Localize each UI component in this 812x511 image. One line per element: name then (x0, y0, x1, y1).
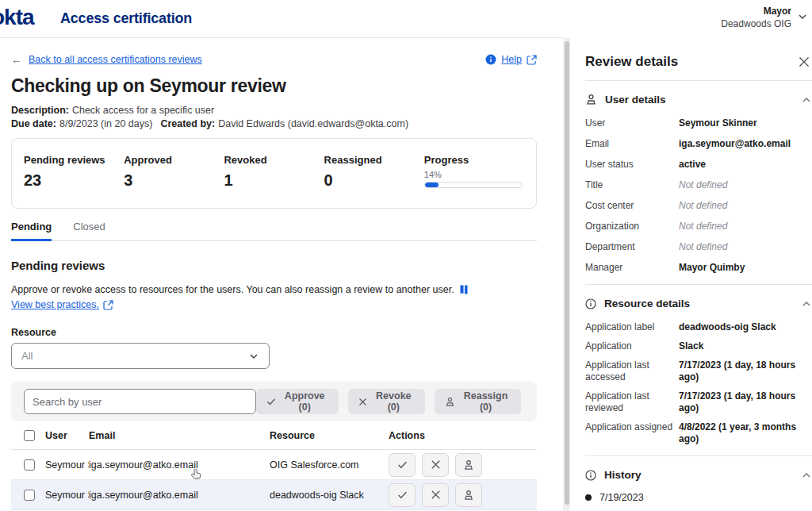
field-label: User status (585, 159, 679, 171)
row-user: Seymour S... (45, 459, 89, 471)
resource-filter-label: Resource (11, 327, 537, 338)
field-value: deadwoods-oig Slack (679, 321, 776, 333)
due-date-label: Due date: (11, 118, 56, 129)
field-value: active (679, 159, 706, 171)
scrollbar[interactable] (563, 38, 570, 511)
chevron-down-icon[interactable] (798, 12, 807, 21)
tab-pending[interactable]: Pending (11, 221, 52, 241)
pending-reviews-heading: Pending reviews (11, 259, 537, 272)
field-label: Email (585, 138, 679, 150)
account-switcher[interactable]: Mayor Deadwoods OIG (721, 6, 791, 30)
best-practices-link[interactable]: View best practices. (11, 299, 99, 310)
field-label: Cost center (585, 200, 679, 212)
row-email: iga.seymour@atko.email (89, 459, 270, 471)
chevron-up-icon[interactable] (802, 95, 811, 105)
field-row: ManagerMayor Quimby (585, 262, 812, 274)
breadcrumb-row: ← Back to all access certifications revi… (11, 53, 537, 66)
field-value: iga.seymour@atko.email (679, 138, 791, 150)
info-icon (585, 470, 596, 481)
field-label: Organization (585, 221, 679, 232)
tab-bar: Pending Closed (11, 221, 537, 241)
approve-row-button[interactable] (389, 483, 416, 507)
row-resource: OIG Salesforce.com (270, 459, 389, 471)
field-label: Department (585, 241, 679, 253)
pending-reviews-description: Approve or revoke access to resources fo… (11, 284, 537, 310)
close-icon[interactable] (799, 56, 810, 67)
field-value: Slack (679, 340, 703, 352)
row-checkbox[interactable] (24, 459, 35, 471)
revoke-button[interactable]: Revoke (0) (348, 389, 425, 414)
page-title: Checking up on Seymour review (11, 75, 537, 97)
revoke-row-button[interactable] (422, 453, 449, 477)
help-link[interactable]: Help (485, 54, 537, 65)
account-name: Mayor (721, 6, 791, 18)
user-details-header[interactable]: User details (585, 94, 812, 106)
created-by-label: Created by: (160, 118, 215, 129)
back-link-label: Back to all access certifications review… (29, 54, 202, 65)
main-panel: ← Back to all access certifications revi… (0, 38, 563, 511)
back-link[interactable]: ← Back to all access certifications revi… (11, 53, 202, 66)
resource-details-header[interactable]: Resource details (585, 298, 812, 309)
reassign-button[interactable]: Reassign (0) (435, 389, 521, 414)
field-label: Application last accessed (585, 359, 679, 383)
field-value: 7/17/2023 (1 day, 18 hours ago) (679, 359, 812, 383)
resource-filter-select[interactable]: All (11, 343, 270, 369)
approve-row-button[interactable] (389, 453, 416, 477)
person-icon (445, 397, 455, 407)
resource-filter-value: All (21, 350, 33, 362)
history-entry: 7/19/2023 David Edwards (david.edwards@o… (585, 492, 812, 511)
stat-label: Approved (124, 154, 224, 166)
search-input[interactable] (24, 389, 256, 414)
field-value: 4/8/2022 (1 year, 3 months ago) (679, 421, 812, 445)
resource-details-fields: Application labeldeadwoods-oig Slack App… (585, 321, 812, 445)
stat-progress: Progress 14% (424, 154, 524, 190)
stat-label: Progress (424, 154, 524, 166)
table-row[interactable]: Seymour S... iga.seymour@atko.email OIG … (11, 450, 537, 480)
field-label: Application last reviewed (585, 390, 679, 414)
field-value: Not defined (679, 200, 727, 212)
stat-value: 23 (24, 171, 124, 190)
field-value: Mayor Quimby (679, 262, 745, 274)
timeline-bullet-icon (585, 494, 592, 501)
history-header[interactable]: History (585, 469, 812, 481)
created-by-value: David Edwards (david.edwards@okta.com) (218, 118, 408, 129)
chevron-up-icon[interactable] (802, 299, 811, 309)
history-date: 7/19/2023 (599, 492, 644, 503)
user-details-fields: UserSeymour Skinner Emailiga.seymour@atk… (585, 117, 812, 274)
back-arrow-icon: ← (11, 53, 22, 66)
description-line: Description:Check access for a specific … (11, 104, 537, 117)
revoke-button-label: Revoke (0) (373, 390, 415, 413)
help-label: Help (501, 54, 522, 65)
field-label: Application label (585, 321, 679, 333)
description-label: Description: (11, 105, 69, 116)
history-heading: History (604, 469, 642, 481)
approve-button[interactable]: Approve (0) (256, 389, 339, 414)
app-title: Access certification (60, 10, 192, 27)
scrollbar-thumb[interactable] (565, 41, 569, 505)
chevron-up-icon[interactable] (802, 471, 811, 480)
field-row: ApplicationSlack (585, 340, 812, 352)
due-date-line: Due date:8/9/2023 (in 20 days)Created by… (11, 117, 537, 131)
stat-revoked: Revoked 1 (224, 154, 324, 190)
table-toolbar: Approve (0) Revoke (0) Reassign (0) (11, 382, 537, 421)
revoke-row-button[interactable] (422, 483, 449, 507)
reassign-row-button[interactable] (455, 453, 482, 477)
stat-value: 3 (124, 171, 224, 190)
history-date-row: 7/19/2023 (585, 492, 812, 503)
reassign-row-button[interactable] (455, 483, 482, 507)
tab-closed[interactable]: Closed (73, 221, 105, 240)
field-label: User (585, 117, 679, 129)
row-checkbox[interactable] (24, 490, 35, 501)
field-label: Manager (585, 262, 679, 274)
table-row[interactable]: Seymour S... iga.seymour@atko.email dead… (11, 480, 537, 510)
reassign-button-label: Reassign (0) (461, 390, 511, 413)
drawer-title-row: Review details (585, 54, 812, 70)
field-row: Application last accessed7/17/2023 (1 da… (585, 359, 812, 383)
field-label: Title (585, 179, 679, 191)
progress-percent-label: 14% (424, 170, 524, 179)
select-all-checkbox[interactable] (24, 430, 35, 441)
review-details-drawer: Review details User details UserSeymour … (570, 37, 812, 511)
field-row: User statusactive (585, 159, 812, 171)
chevron-down-icon (248, 351, 259, 362)
check-icon (266, 397, 276, 406)
